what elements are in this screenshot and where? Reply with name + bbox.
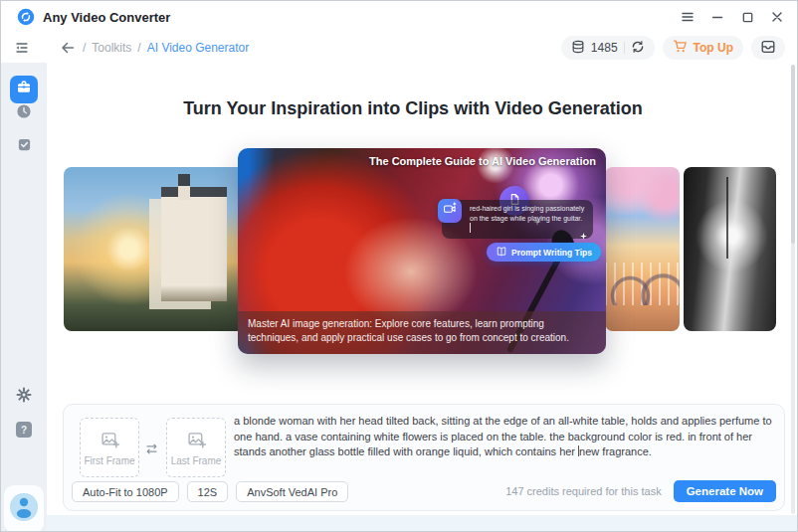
credits-balance-pill[interactable]: 1485 (561, 36, 655, 60)
help-icon: ? (21, 425, 27, 436)
app-menu-icon[interactable] (680, 9, 696, 25)
generation-options: Auto-Fit to 1080P 12S AnvSoft VedAI Pro (72, 481, 348, 502)
bottom-band (47, 515, 797, 531)
title-bar: Any Video Converter (1, 1, 797, 33)
sidebar-item-video-tools[interactable] (10, 76, 38, 103)
user-avatar[interactable] (10, 493, 38, 521)
resolution-option-button[interactable]: Auto-Fit to 1080P (72, 481, 179, 502)
sparkle-icon (580, 226, 587, 244)
carousel-image-castle[interactable] (64, 167, 245, 331)
breadcrumb-toolkits[interactable]: Toolkits (92, 41, 131, 55)
toolbar-right: 1485 Top Up (561, 36, 785, 60)
first-frame-label: First Frame (84, 455, 134, 466)
text-cursor (470, 223, 471, 233)
video-composer-panel: First Frame Last Frame a blonde woman wi… (63, 404, 785, 511)
image-plus-icon (186, 430, 207, 452)
app-title: Any Video Converter (43, 10, 170, 25)
toolbar: / Toolkits / AI Video Generator 1485 To (1, 33, 797, 63)
back-button[interactable] (59, 39, 77, 57)
duration-option-button[interactable]: 12S (187, 481, 229, 502)
sidebar-item-history[interactable] (16, 105, 32, 121)
guide-card-caption: Master AI image generation: Explore core… (238, 311, 606, 354)
prompt-text: new fragrance. (579, 445, 652, 457)
credits-required-note: 147 credits required for this task (505, 485, 662, 497)
prompt-writing-tips-button[interactable]: Prompt Writing Tips (487, 243, 601, 262)
carousel-image-blossom[interactable] (605, 167, 680, 331)
bag-icon (760, 39, 776, 58)
gear-icon (16, 387, 32, 407)
video-camera-badge (438, 199, 462, 223)
generate-now-button[interactable]: Generate Now (674, 480, 776, 502)
model-option-button[interactable]: AnvSoft VedAI Pro (236, 481, 348, 502)
scrollbar-thumb[interactable] (791, 65, 795, 244)
breadcrumb-separator: / (83, 41, 86, 55)
app-logo-icon (17, 8, 35, 26)
camera-icon (443, 202, 457, 220)
image-plus-icon (100, 430, 120, 452)
toolbox-icon (16, 80, 32, 99)
task-check-icon (17, 137, 32, 156)
cart-icon (673, 39, 688, 57)
sidebar-item-tasks[interactable] (16, 138, 32, 154)
refresh-icon[interactable] (631, 40, 645, 57)
sidebar-item-help[interactable]: ? (16, 422, 32, 438)
breadcrumb-separator: / (137, 41, 140, 55)
purchases-button[interactable] (751, 36, 785, 60)
last-frame-label: Last Frame (171, 455, 222, 466)
example-prompt-text: red-haired girl is singing passionately … (470, 205, 584, 222)
collapse-sidebar-icon[interactable] (13, 39, 31, 57)
app-window: Any Video Converter / Toolkits (0, 0, 798, 532)
swap-frames-icon[interactable] (142, 440, 160, 457)
last-frame-upload[interactable]: Last Frame (166, 418, 226, 477)
first-frame-upload[interactable]: First Frame (80, 418, 139, 477)
pill-divider (624, 42, 625, 54)
book-icon (496, 246, 507, 260)
top-up-label: Top Up (694, 41, 733, 55)
maximize-icon[interactable] (739, 9, 755, 25)
breadcrumb-current: AI Video Generator (147, 41, 250, 55)
coins-icon (571, 40, 585, 57)
carousel-image-alley[interactable] (684, 167, 776, 331)
prompt-input[interactable]: a blonde woman with her head tilted back… (234, 414, 779, 460)
example-prompt-bubble: red-haired girl is singing passionately … (442, 200, 593, 239)
sidebar: ? (1, 63, 47, 532)
window-controls (680, 9, 785, 25)
breadcrumb: / Toolkits / AI Video Generator (83, 41, 249, 55)
credits-count: 1485 (591, 41, 618, 55)
guide-card[interactable]: The Complete Guide to AI Video Generatio… (238, 148, 606, 354)
clock-icon (16, 103, 32, 123)
composer-actions: 147 credits required for this task Gener… (505, 480, 776, 502)
minimize-icon[interactable] (709, 9, 725, 25)
main-content: Turn Your Inspiration into Clips with Vi… (47, 63, 798, 532)
page-title: Turn Your Inspiration into Clips with Vi… (47, 98, 779, 119)
sidebar-item-settings[interactable] (16, 389, 32, 405)
close-icon[interactable] (769, 9, 785, 25)
prompt-writing-tips-label: Prompt Writing Tips (511, 248, 592, 258)
person-icon (10, 493, 38, 521)
guide-card-title: The Complete Guide to AI Video Generatio… (369, 155, 596, 167)
top-up-button[interactable]: Top Up (663, 36, 743, 60)
prompt-text: a blonde woman with her head tilted back… (234, 415, 772, 457)
